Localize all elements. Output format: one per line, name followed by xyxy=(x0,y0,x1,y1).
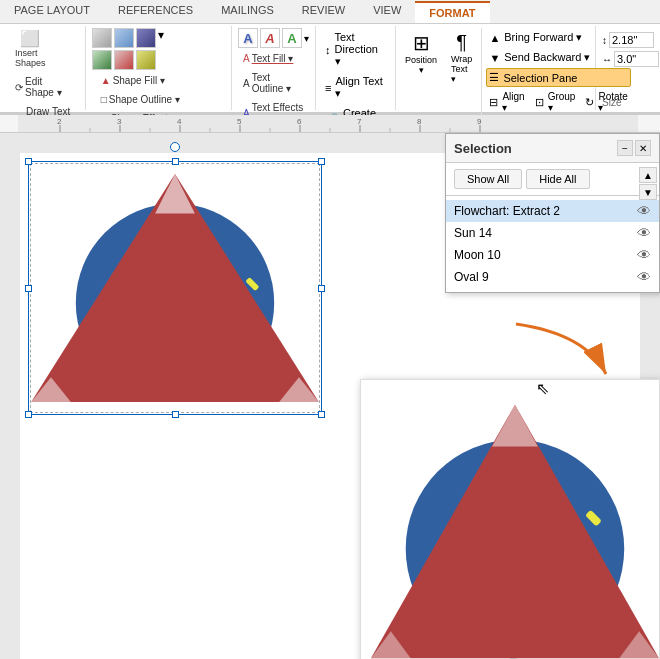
panel-collapse-btn[interactable]: − xyxy=(617,140,633,156)
svg-rect-1 xyxy=(18,115,638,133)
position-btn[interactable]: ⊞ Position ▾ xyxy=(400,28,442,116)
selection-pane-icon: ☰ xyxy=(489,71,499,84)
text-direction-icon: ↕ xyxy=(325,44,331,56)
align-btn[interactable]: ⊟ Align ▾ xyxy=(486,88,527,116)
rotate-handle[interactable] xyxy=(170,142,180,152)
shape-outline-btn[interactable]: □Shape Outline ▾ xyxy=(96,91,186,108)
panel-close-btn[interactable]: ✕ xyxy=(635,140,651,156)
tab-review[interactable]: REVIEW xyxy=(288,0,359,23)
svg-text:8: 8 xyxy=(417,117,422,126)
group-icon: ⊡ xyxy=(535,96,544,109)
svg-text:6: 6 xyxy=(297,117,302,126)
shape-styles-group: ▾ ▲Shape Fill ▾ □Shape Outline ▾ ◈Shape xyxy=(86,26,232,110)
eye-icon-oval[interactable]: 👁 xyxy=(637,269,651,285)
size-group: ↕ ↔ Size xyxy=(596,26,656,110)
selection-panel: Selection − ✕ Show All Hide All ▲ ▼ Flow… xyxy=(445,133,660,293)
tab-page-layout[interactable]: PAGE LAYOUT xyxy=(0,0,104,23)
shape-style-2[interactable] xyxy=(114,28,134,48)
wordart-more-btn[interactable]: ▾ xyxy=(304,33,309,44)
wordart-style-a3[interactable]: A xyxy=(282,28,302,48)
align-text-icon: ≡ xyxy=(325,82,331,94)
panel-item-name-oval: Oval 9 xyxy=(454,270,637,284)
preview-container xyxy=(360,379,660,659)
handle-bottom-right[interactable] xyxy=(318,411,325,418)
edit-shape-btn[interactable]: ⟳Edit Shape ▾ xyxy=(10,73,79,101)
svg-text:7: 7 xyxy=(357,117,362,126)
svg-text:9: 9 xyxy=(477,117,482,126)
ribbon-tab-bar: PAGE LAYOUT REFERENCES MAILINGS REVIEW V… xyxy=(0,0,660,24)
wordart-style-a1[interactable]: A xyxy=(238,28,258,48)
wordart-style-a2[interactable]: A xyxy=(260,28,280,48)
wrap-text-btn[interactable]: ¶ Wrap Text ▾ xyxy=(446,28,477,116)
panel-item-oval[interactable]: Oval 9 👁 xyxy=(446,266,659,288)
insert-shapes-btn[interactable]: ⬜ InsertShapes xyxy=(10,28,51,71)
svg-text:3: 3 xyxy=(117,117,122,126)
send-backward-icon: ▼ xyxy=(489,52,500,64)
hide-all-btn[interactable]: Hide All xyxy=(526,169,589,189)
svg-text:5: 5 xyxy=(237,117,242,126)
selection-handles xyxy=(28,161,322,415)
main-area: Selection − ✕ Show All Hide All ▲ ▼ Flow… xyxy=(0,133,660,659)
handle-middle-right[interactable] xyxy=(318,285,325,292)
handle-bottom-left[interactable] xyxy=(25,411,32,418)
panel-item-moon[interactable]: Moon 10 👁 xyxy=(446,244,659,266)
shape-style-more[interactable]: ▾ xyxy=(158,28,178,48)
panel-list: Flowchart: Extract 2 👁 Sun 14 👁 Moon 10 … xyxy=(446,196,659,292)
eye-icon-moon[interactable]: 👁 xyxy=(637,247,651,263)
panel-header: Selection − ✕ xyxy=(446,134,659,163)
order-down-btn[interactable]: ▼ xyxy=(639,184,657,200)
panel-action-row: Show All Hide All xyxy=(446,163,659,196)
height-input[interactable] xyxy=(609,32,654,48)
arrange-group: ⊞ Position ▾ ¶ Wrap Text ▾ ▲ Bring Forwa… xyxy=(396,26,596,110)
text-outline-btn[interactable]: AText Outline ▾ xyxy=(238,69,309,97)
panel-item-sun[interactable]: Sun 14 👁 xyxy=(446,222,659,244)
text-group: ↕ Text Direction ▾ ≡ Align Text ▾ 🔗 Crea… xyxy=(316,26,396,110)
preview-svg xyxy=(361,380,659,659)
size-group-label: Size xyxy=(602,95,650,108)
panel-item-name-moon: Moon 10 xyxy=(454,248,637,262)
svg-text:4: 4 xyxy=(177,117,182,126)
position-icon: ⊞ xyxy=(413,31,430,55)
shapes-icon: ⬜ xyxy=(20,31,40,47)
shape-style-1[interactable] xyxy=(92,28,112,48)
rotate-icon: ↻ xyxy=(585,96,594,109)
eye-icon-flowchart[interactable]: 👁 xyxy=(637,203,651,219)
insert-group: ⬜ InsertShapes ⟳Edit Shape ▾ ▭Draw Text … xyxy=(4,26,86,110)
shape-fill-btn[interactable]: ▲Shape Fill ▾ xyxy=(96,72,186,89)
ribbon: PAGE LAYOUT REFERENCES MAILINGS REVIEW V… xyxy=(0,0,660,115)
panel-item-name-flowchart: Flowchart: Extract 2 xyxy=(454,204,637,218)
bring-forward-icon: ▲ xyxy=(489,32,500,44)
handle-middle-left[interactable] xyxy=(25,285,32,292)
handle-top-center[interactable] xyxy=(172,158,179,165)
panel-item-flowchart[interactable]: Flowchart: Extract 2 👁 xyxy=(446,200,659,222)
tab-view[interactable]: VIEW xyxy=(359,0,415,23)
order-up-btn[interactable]: ▲ xyxy=(639,167,657,183)
group-btn[interactable]: ⊡ Group ▾ xyxy=(532,88,579,116)
ruler: 2 3 4 5 6 7 8 9 xyxy=(0,115,660,133)
wrap-text-icon: ¶ xyxy=(456,31,467,54)
handle-top-left[interactable] xyxy=(25,158,32,165)
panel-item-name-sun: Sun 14 xyxy=(454,226,637,240)
align-text-btn[interactable]: ≡ Align Text ▾ xyxy=(322,72,389,103)
width-input[interactable] xyxy=(614,51,659,67)
text-direction-btn[interactable]: ↕ Text Direction ▾ xyxy=(322,28,389,71)
tab-references[interactable]: REFERENCES xyxy=(104,0,207,23)
tab-mailings[interactable]: MAILINGS xyxy=(207,0,288,23)
selected-shape-container[interactable] xyxy=(30,163,320,413)
handle-top-right[interactable] xyxy=(318,158,325,165)
shape-style-3[interactable] xyxy=(136,28,156,48)
shape-style-buttons: ▾ ▲Shape Fill ▾ □Shape Outline ▾ ◈Shape xyxy=(92,28,225,127)
tab-format[interactable]: FORMAT xyxy=(415,1,489,23)
shape-style-5[interactable] xyxy=(114,50,134,70)
align-icon: ⊟ xyxy=(489,96,498,109)
shape-style-6[interactable] xyxy=(136,50,156,70)
panel-order-btns: ▲ ▼ xyxy=(639,167,657,200)
shape-style-4[interactable] xyxy=(92,50,112,70)
wordart-styles-group: A A A ▾ AText Fill ▾ AText Outline ▾ ATe… xyxy=(232,26,316,110)
handle-bottom-center[interactable] xyxy=(172,411,179,418)
ribbon-content: ⬜ InsertShapes ⟳Edit Shape ▾ ▭Draw Text … xyxy=(0,24,660,114)
text-fill-btn[interactable]: AText Fill ▾ xyxy=(238,50,309,67)
show-all-btn[interactable]: Show All xyxy=(454,169,522,189)
eye-icon-sun[interactable]: 👁 xyxy=(637,225,651,241)
panel-title: Selection xyxy=(454,141,512,156)
